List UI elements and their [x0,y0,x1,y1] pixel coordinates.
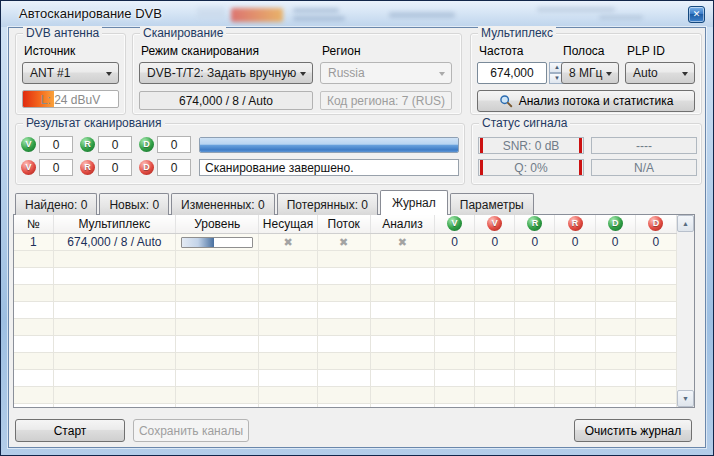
col-multiplex[interactable]: Мультиплекс [53,215,175,233]
col-carrier[interactable]: Несущая [259,215,317,233]
magnifier-icon [499,94,513,108]
bandwidth-select[interactable]: 8 МГц [561,62,619,84]
cell-count: 0 [555,233,595,250]
titlebar-ghost [537,7,615,12]
tab-label: Найдено: 0 [25,198,87,212]
tab-journal[interactable]: Журнал [380,190,448,215]
dialog-window: Автосканирование DVB ✕ DVB антенна Источ… [0,0,714,456]
video-fail-icon: V [487,216,502,231]
radio-ok-icon: R [527,216,542,231]
tab-parameters[interactable]: Параметры [450,193,534,215]
data-lost-count: 0 [157,159,191,176]
group-label: Статус сигнала [479,116,570,130]
tab-found[interactable]: Найдено: 0 [15,193,97,215]
region-select: Russia [320,62,452,84]
col-video-fail[interactable]: V [475,215,515,233]
data-found-count: 0 [157,136,191,153]
antenna-source-value: ANT #1 [30,66,70,80]
start-button[interactable]: Старт [15,419,125,442]
empty-row [14,335,677,352]
cell-count: 0 [635,233,676,250]
scroll-up-icon[interactable]: ▲ [677,215,694,232]
journal-table: № Мультиплекс Уровень Несущая Поток Анал… [14,215,677,408]
scan-mode-label: Режим сканирования [141,44,259,58]
radio-fail-icon: R [568,216,583,231]
cross-icon: ✖ [283,236,292,248]
video-lost-count: 0 [39,159,73,176]
cell-number: 1 [14,233,53,250]
tab-changed[interactable]: Измененных: 0 [171,193,275,215]
clear-journal-button[interactable]: Очистить журнал [574,419,692,442]
scan-freq-info: 674,000 / 8 / Auto [139,91,313,110]
titlebar[interactable]: Автосканирование DVB ✕ [1,1,713,27]
scroll-down-icon[interactable]: ▼ [677,390,694,407]
close-button[interactable]: ✕ [688,6,705,23]
col-radio-fail[interactable]: R [555,215,595,233]
radio-found-count: 0 [98,136,132,153]
region-value: Russia [328,66,365,80]
empty-row [14,369,677,386]
col-stream[interactable]: Поток [317,215,370,233]
video-ok-icon: V [21,137,36,152]
tab-label: Параметры [460,198,524,212]
group-scan-result: Результат сканирования V 0 R 0 D 0 V 0 R… [15,123,465,185]
data-fail-icon: D [648,216,663,231]
antenna-level-indicator: L: 24 dBuV [22,90,119,108]
bandwidth-value: 8 МГц [569,66,602,80]
signal-level-field: ---- [591,137,697,154]
empty-row [14,250,677,267]
group-dvb-antenna: DVB антенна Источник ANT #1 L: 24 dBuV [15,33,126,115]
col-number[interactable]: № [14,215,53,233]
plp-select[interactable]: Auto [625,62,695,84]
titlebar-ghost [599,15,643,20]
chevron-down-icon [439,72,445,76]
frequency-input[interactable] [477,62,547,84]
tab-label: Измененных: 0 [181,198,265,212]
cell-count: 0 [595,233,635,250]
tab-new[interactable]: Новых: 0 [99,193,169,215]
antenna-source-select[interactable]: ANT #1 [22,62,119,84]
source-label: Источник [24,44,75,58]
chevron-down-icon [682,72,688,76]
col-video-ok[interactable]: V [435,215,475,233]
clear-journal-label: Очистить журнал [585,424,682,438]
close-icon: ✕ [693,9,701,19]
cell-count: 0 [475,233,515,250]
save-channels-button: Сохранить каналы [133,419,249,442]
radio-ok-icon: R [80,137,95,152]
vertical-scrollbar[interactable]: ▲ ▼ [677,215,694,407]
col-level[interactable]: Уровень [176,215,259,233]
radio-fail-icon: R [80,160,95,175]
save-channels-label: Сохранить каналы [139,424,243,438]
scan-mode-select[interactable]: DVB-T/T2: Задать вручную [139,62,313,84]
scan-status-text: Сканирование завершено. [199,159,459,176]
col-analysis[interactable]: Анализ [370,215,434,233]
col-data-ok[interactable]: D [595,215,635,233]
group-label: Мультиплекс [478,26,556,40]
tab-label: Журнал [392,196,436,210]
empty-row [14,318,677,335]
tab-lost[interactable]: Потерянных: 0 [277,193,378,215]
group-label: DVB антенна [23,26,102,40]
region-code-field: Код региона: 7 (RUS) [320,91,452,110]
empty-row [14,284,677,301]
video-found-count: 0 [39,136,73,153]
cell-count: 0 [435,233,475,250]
col-data-fail[interactable]: D [635,215,676,233]
empty-row [14,352,677,369]
titlebar-ghost [293,16,345,21]
ber-field: N/A [591,159,697,176]
cell-analysis: ✖ [370,233,434,250]
analyze-stream-button[interactable]: Анализ потока и статистика [477,90,695,112]
table-header-row: № Мультиплекс Уровень Несущая Поток Анал… [14,215,677,233]
col-radio-ok[interactable]: R [515,215,555,233]
plp-value: Auto [633,66,658,80]
window-title: Автосканирование DVB [19,6,162,21]
chevron-down-icon [300,72,306,76]
radio-lost-count: 0 [98,159,132,176]
table-row[interactable]: 1 674,000 / 8 / Auto ✖ ✖ ✖ 0 0 0 0 0 0 [14,233,677,250]
quality-field: Q: 0% [478,159,584,176]
antenna-level-text: L: 24 dBuV [23,93,118,107]
cell-stream: ✖ [317,233,370,250]
video-fail-icon: V [21,160,36,175]
